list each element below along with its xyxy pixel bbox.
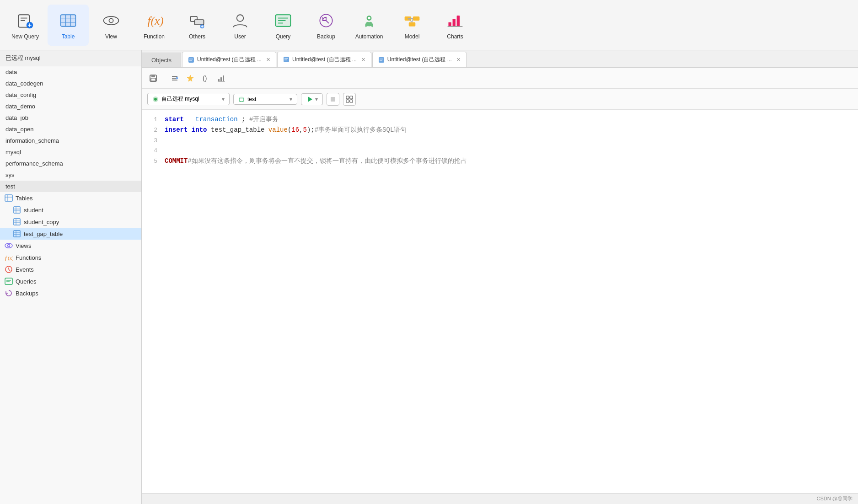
toolbar-query[interactable]: Query xyxy=(263,5,304,46)
table-toolbar-icon xyxy=(58,11,78,31)
toolbar-user[interactable]: User xyxy=(220,5,261,46)
sidebar-db-sys[interactable]: sys xyxy=(0,169,141,181)
sidebar-db-data-config[interactable]: data_config xyxy=(0,89,141,101)
explain-icon xyxy=(346,96,353,103)
tab-query-2-close[interactable]: ✕ xyxy=(361,57,365,63)
tab-query-1-close[interactable]: ✕ xyxy=(266,57,270,63)
tab-objects[interactable]: Objects xyxy=(142,53,181,67)
toolbar-view[interactable]: View xyxy=(91,5,132,46)
toolbar-automation[interactable]: Automation xyxy=(349,5,390,46)
code-line-1: 1 start transaction ; #开启事务 xyxy=(142,114,858,125)
sidebar-db-data-open[interactable]: data_open xyxy=(0,123,141,135)
views-section-label: Views xyxy=(16,242,31,249)
table-test-gap-label: test_gap_table xyxy=(24,231,63,237)
sidebar-section-events[interactable]: Events xyxy=(0,263,141,275)
database-selector[interactable]: test ▾ xyxy=(233,94,297,105)
tab-query-1[interactable]: Untitled@test (自己远程 ... ✕ xyxy=(182,52,276,67)
connection-label: 已远程 mysql xyxy=(5,54,41,61)
paren-icon: () xyxy=(201,74,210,83)
sidebar-table-test-gap-table[interactable]: test_gap_table xyxy=(0,228,141,240)
save-button[interactable] xyxy=(146,71,160,85)
sidebar-table-student[interactable]: student xyxy=(0,204,141,216)
paren-button[interactable]: () xyxy=(199,71,213,85)
automation-toolbar-icon xyxy=(359,11,379,31)
toolbar-view-label: View xyxy=(105,33,117,40)
toolbar-backup[interactable]: Backup xyxy=(306,5,347,46)
svg-rect-83 xyxy=(220,77,222,81)
backups-section-label: Backups xyxy=(16,290,38,297)
line-content-2[interactable]: insert into test_gap_table value(16,5);#… xyxy=(165,125,858,135)
toolbar-table-label: Table xyxy=(62,33,75,40)
toolbar-automation-label: Automation xyxy=(355,33,383,40)
line-content-4[interactable] xyxy=(165,145,858,155)
tables-section-icon xyxy=(5,194,13,202)
explain-button[interactable] xyxy=(343,93,356,106)
status-text: CSDN @谷同学 xyxy=(817,495,853,502)
sidebar-section-views[interactable]: Views xyxy=(0,240,141,252)
table-student-icon xyxy=(13,206,21,214)
sidebar-section-functions[interactable]: f (x) Functions xyxy=(0,252,141,263)
sidebar-table-student-copy[interactable]: student_copy xyxy=(0,216,141,228)
tab-query-3-close[interactable]: ✕ xyxy=(456,57,461,63)
tab-query-3[interactable]: Untitled@test (自己远程 ... ✕ xyxy=(372,52,467,67)
magic-button[interactable] xyxy=(183,71,197,85)
sidebar-db-data-demo[interactable]: data_demo xyxy=(0,101,141,112)
events-section-icon xyxy=(5,265,13,273)
events-section-label: Events xyxy=(16,266,34,273)
backup-toolbar-icon xyxy=(316,11,336,31)
connection-selector[interactable]: 自己远程 mysql ▾ xyxy=(147,93,230,105)
svg-rect-93 xyxy=(346,100,349,102)
code-line-4: 4 xyxy=(142,145,858,156)
run-button[interactable]: ▾ xyxy=(301,93,323,105)
code-editor[interactable]: 1 start transaction ; #开启事务 2 insert int… xyxy=(142,110,858,493)
toolbar-table[interactable]: Table xyxy=(48,5,89,46)
sidebar-section-queries[interactable]: Queries xyxy=(0,275,141,287)
content-area: Objects Untitled@test (自己远程 ... ✕ Untitl… xyxy=(142,50,858,504)
sidebar-db-data-job[interactable]: data_job xyxy=(0,112,141,123)
tab-query-2[interactable]: Untitled@test (自己远程 ... ✕ xyxy=(277,52,371,67)
svg-point-13 xyxy=(109,18,113,22)
svg-rect-67 xyxy=(284,57,289,62)
sidebar-db-data[interactable]: data xyxy=(0,66,141,78)
svg-marker-80 xyxy=(187,75,193,81)
toolbar-backup-label: Backup xyxy=(317,33,335,40)
line-content-1[interactable]: start transaction ; #开启事务 xyxy=(165,114,858,124)
toolbar-others[interactable]: Others xyxy=(177,5,218,46)
connection-dropdown-icon: ▾ xyxy=(222,96,225,102)
new-query-icon xyxy=(15,11,35,31)
chart-button[interactable] xyxy=(214,71,228,85)
charts-toolbar-icon xyxy=(445,11,465,31)
sidebar-db-information-schema[interactable]: information_schema xyxy=(0,135,141,146)
format-button[interactable] xyxy=(168,71,182,85)
tab-query-1-label: Untitled@test (自己远程 ... xyxy=(197,56,262,64)
sidebar-section-tables[interactable]: Tables xyxy=(0,192,141,204)
stop-button[interactable] xyxy=(327,93,339,106)
sidebar-db-data-codegen[interactable]: data_codegen xyxy=(0,78,141,89)
svg-marker-89 xyxy=(308,97,312,102)
toolbar-function[interactable]: f(x) Function xyxy=(134,5,175,46)
svg-rect-70 xyxy=(379,57,384,63)
tab-query-2-label: Untitled@test (自己远程 ... xyxy=(292,56,357,64)
magic-icon xyxy=(186,74,195,83)
sidebar-db-mysql[interactable]: mysql xyxy=(0,146,141,158)
svg-rect-92 xyxy=(350,96,353,99)
toolbar-new-query[interactable]: New Query xyxy=(5,5,46,46)
queries-section-label: Queries xyxy=(16,278,37,285)
sidebar-section-backups[interactable]: Backups xyxy=(0,287,141,299)
view-toolbar-icon xyxy=(101,11,121,31)
toolbar-model[interactable]: Model xyxy=(391,5,433,46)
toolbar-user-label: User xyxy=(234,33,246,40)
sidebar-db-test[interactable]: test xyxy=(0,181,141,192)
toolbar-charts[interactable]: Charts xyxy=(434,5,476,46)
svg-point-87 xyxy=(154,98,157,101)
sidebar-db-performance-schema[interactable]: performance_schema xyxy=(0,158,141,169)
line-num-1: 1 xyxy=(142,115,165,125)
tab-query-2-icon xyxy=(283,56,290,63)
line-content-3[interactable] xyxy=(165,135,858,145)
code-line-3: 3 xyxy=(142,135,858,146)
svg-point-20 xyxy=(237,15,244,21)
svg-rect-75 xyxy=(151,78,156,81)
toolbar-others-label: Others xyxy=(189,33,205,40)
line-content-5[interactable]: COMMIT#如果没有这条指令，则事务将会一直不提交，锁将一直持有，由此便可模拟… xyxy=(165,156,858,166)
svg-line-33 xyxy=(412,18,413,22)
